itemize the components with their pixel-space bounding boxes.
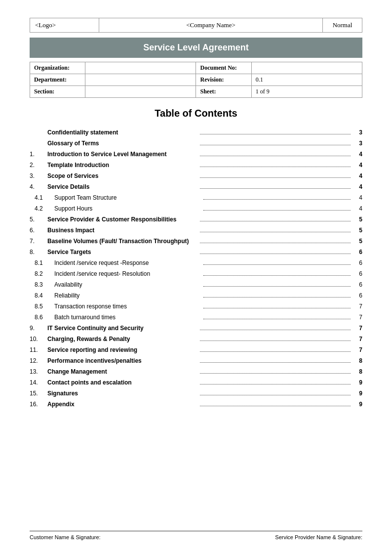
header-table: <Logo> <Company Name> Normal [30, 18, 362, 33]
toc-page: 4 [353, 161, 362, 170]
toc-page: 6 [353, 258, 362, 267]
toc-page: 9 [353, 378, 362, 387]
section-label: Section: [30, 86, 85, 98]
toc-dots [203, 264, 351, 265]
dept-label: Department: [30, 74, 85, 86]
toc-dots [203, 210, 351, 211]
toc-num: 13. [30, 367, 47, 376]
toc-item: 10.Charging, Rewards & Penalty7 [30, 335, 362, 343]
toc-dots [200, 406, 351, 406]
toc-num: 4.1 [30, 193, 54, 202]
toc-num: 8.4 [30, 291, 54, 300]
toc-num: 1. [30, 150, 47, 159]
toc-item: 2.Template Introduction4 [30, 161, 362, 170]
org-value [85, 62, 196, 74]
toc-item: Confidentiality statement3 [30, 128, 362, 137]
toc-dots [203, 308, 351, 308]
toc-num: 12. [30, 356, 47, 365]
docno-value [251, 62, 362, 74]
toc-dots [200, 362, 351, 363]
toc-page: 7 [353, 345, 362, 354]
toc-text: Contact points and escalation [47, 378, 198, 387]
toc-num: 16. [30, 400, 47, 409]
toc-num: 4. [30, 182, 47, 191]
toc-item: 8.1Incident /service request -Response6 [30, 258, 362, 267]
toc-page: 3 [353, 139, 362, 148]
toc-item: 12.Performance incentives/penalties8 [30, 356, 362, 365]
toc-text: Business Impact [47, 226, 198, 235]
toc-text: Service Details [47, 182, 198, 191]
toc-text: Signatures [47, 389, 198, 398]
toc-page: 4 [353, 193, 362, 202]
toc-text: Baseline Volumes (Fault/ Transaction Thr… [47, 237, 198, 246]
toc-dots [200, 188, 351, 189]
toc-num: 8. [30, 248, 47, 256]
toc-num: 4.2 [30, 204, 54, 213]
toc-text: Change Management [47, 367, 198, 376]
toc-text: Batch turnaround times [54, 313, 201, 322]
toc-page: 6 [353, 291, 362, 300]
toc-item: 4.Service Details4 [30, 182, 362, 191]
toc-page: 6 [353, 248, 362, 256]
toc-dots [200, 167, 351, 167]
toc-dots [200, 395, 351, 395]
toc-page: 4 [353, 204, 362, 213]
toc-dots [200, 156, 351, 156]
toc-page: 5 [353, 215, 362, 224]
toc-item: 5.Service Provider & Customer Responsibi… [30, 215, 362, 224]
header-company: <Company Name> [99, 18, 323, 33]
dept-value [85, 74, 196, 86]
toc-num: 8.2 [30, 269, 54, 278]
toc-dots [200, 134, 351, 134]
toc-num: 3. [30, 171, 47, 180]
toc-page: 7 [353, 313, 362, 322]
toc-page: 6 [353, 269, 362, 278]
toc-num: 14. [30, 378, 47, 387]
toc-num: 6. [30, 226, 47, 235]
toc-text: Support Hours [54, 204, 201, 213]
toc-page: 8 [353, 356, 362, 365]
toc-item: 14.Contact points and escalation9 [30, 378, 362, 387]
section-value [85, 86, 196, 98]
toc-item: 8.Service Targets6 [30, 248, 362, 256]
page: <Logo> <Company Name> Normal Service Lev… [0, 0, 392, 555]
toc-dots [203, 319, 351, 319]
toc-num: 11. [30, 345, 47, 354]
rev-value: 0.1 [251, 74, 362, 86]
toc-item: 8.3Availability6 [30, 280, 362, 289]
toc-item: 15.Signatures9 [30, 389, 362, 398]
toc-text: Incident /service request -Response [54, 258, 201, 267]
toc-dots [200, 221, 351, 221]
toc-num: 8.6 [30, 313, 54, 322]
toc-num: 8.5 [30, 302, 54, 311]
toc-page: 3 [353, 128, 362, 137]
toc-dots [203, 286, 351, 287]
toc-item: 8.4Reliability6 [30, 291, 362, 300]
toc-item: 16.Appendix9 [30, 400, 362, 409]
toc-item: 8.2Incident /service request- Resolution… [30, 269, 362, 278]
toc-page: 4 [353, 150, 362, 159]
toc-text: Appendix [47, 400, 198, 409]
toc-text: Performance incentives/penalties [47, 356, 198, 365]
toc-num: 10. [30, 335, 47, 343]
toc-item: Glossary of Terms3 [30, 139, 362, 148]
toc-item: 4.2Support Hours4 [30, 204, 362, 213]
toc-num: 8.1 [30, 258, 54, 267]
toc-page: 9 [353, 400, 362, 409]
toc-text: Support Team Structure [54, 193, 201, 202]
toc-text: Scope of Services [47, 171, 198, 180]
toc-title: Table of Contents [30, 108, 362, 119]
toc-text: Template Introduction [47, 161, 198, 170]
toc-page: 5 [353, 237, 362, 246]
toc-num: 7. [30, 237, 47, 246]
toc-dots [203, 199, 351, 200]
toc-page: 7 [353, 302, 362, 311]
toc-dots [203, 275, 351, 276]
footer-customer: Customer Name & Signature: [30, 534, 101, 540]
toc-dots [200, 384, 351, 384]
toc-page: 7 [353, 324, 362, 333]
toc-item: 7.Baseline Volumes (Fault/ Transaction T… [30, 237, 362, 246]
toc-page: 4 [353, 171, 362, 180]
toc-dots [200, 351, 351, 352]
rev-label: Revision: [196, 74, 251, 86]
